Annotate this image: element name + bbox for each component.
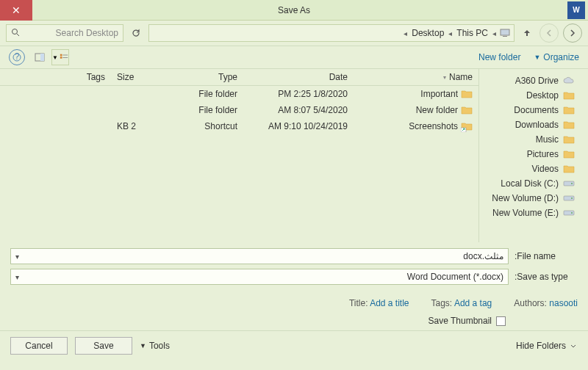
dropdown-icon[interactable]: ▾ — [15, 253, 19, 261]
address-bar[interactable]: ◂ This PC ◂ Desktop ◂ — [148, 24, 514, 42]
svg-rect-4 — [60, 57, 62, 59]
pc-icon — [499, 27, 511, 39]
arrow-right-icon — [568, 29, 577, 37]
col-header-tags[interactable]: Tags — [60, 72, 111, 82]
save-button[interactable]: Save — [75, 337, 132, 355]
forward-button[interactable] — [539, 23, 559, 43]
tree-item[interactable]: Music — [479, 132, 588, 147]
dropdown-icon[interactable]: ▾ — [15, 273, 19, 281]
preview-pane-button[interactable] — [31, 49, 49, 65]
view-details-button[interactable]: ▼ — [51, 49, 69, 65]
svg-text:?: ? — [15, 53, 20, 62]
svg-rect-3 — [60, 54, 62, 57]
save-thumbnail-checkbox[interactable]: Save Thumbnail — [429, 316, 506, 326]
search-icon — [11, 28, 20, 39]
file-row[interactable]: Important1/8/2020 2:25 PMFile folder — [0, 86, 478, 102]
command-bar: Organize ▼ New folder ▼ ? — [0, 46, 588, 69]
hide-folders-button[interactable]: Hide Folders — [516, 341, 578, 351]
svg-rect-6 — [62, 57, 68, 58]
collapse-icon — [569, 341, 578, 350]
title-input[interactable]: Add a title — [370, 298, 409, 308]
refresh-button[interactable] — [128, 25, 144, 41]
back-button[interactable] — [563, 23, 582, 43]
metadata-row: Authors: nasooti Tags: Add a tag Title: … — [0, 295, 588, 311]
arrow-up-icon — [522, 28, 532, 38]
close-button[interactable]: ✕ — [0, 0, 32, 21]
col-header-date[interactable]: Date — [243, 72, 354, 82]
organize-menu[interactable]: Organize ▼ — [534, 52, 579, 62]
column-headers: Name▾ Date Type Size Tags — [0, 69, 478, 86]
up-button[interactable] — [519, 25, 535, 41]
tags-input[interactable]: Add a tag — [454, 298, 492, 308]
svg-rect-1 — [503, 36, 507, 37]
filename-label: File name: — [514, 251, 578, 261]
tree-item[interactable]: A360 Drive — [479, 73, 588, 88]
list-icon — [60, 53, 68, 62]
nav-toolbar: ◂ This PC ◂ Desktop ◂ Search Desktop — [0, 21, 588, 46]
breadcrumb-pc[interactable]: This PC — [455, 28, 490, 38]
refresh-icon — [131, 28, 141, 38]
col-header-type[interactable]: Type — [162, 72, 243, 82]
tree-item[interactable]: New Volume (E:) — [479, 206, 588, 220]
new-folder-button[interactable]: New folder — [478, 52, 520, 62]
svg-rect-0 — [501, 29, 509, 35]
filename-input[interactable]: مثلث.docx ▾ — [10, 248, 509, 264]
svg-point-14 — [571, 197, 573, 199]
tree-item[interactable]: Downloads — [479, 117, 588, 132]
help-icon: ? — [12, 53, 21, 62]
nav-tree: A360 DriveDesktopDocumentsDownloadsMusic… — [479, 69, 588, 242]
svg-rect-5 — [62, 55, 68, 56]
savetype-label: Save as type: — [514, 272, 578, 282]
arrow-left-icon — [545, 29, 553, 37]
word-app-icon: W — [567, 1, 585, 19]
file-row[interactable]: New folder5/4/2020 8:07 AMFile folder — [0, 102, 478, 118]
authors-value[interactable]: nasooti — [549, 298, 578, 308]
chevron-icon: ◂ — [402, 29, 409, 37]
svg-point-12 — [571, 183, 573, 184]
dialog-title: Save As — [278, 5, 310, 15]
tree-item[interactable]: Local Disk (C:) — [479, 176, 588, 191]
preview-icon — [35, 53, 45, 62]
help-button[interactable]: ? — [9, 49, 25, 65]
col-header-name[interactable]: Name▾ — [354, 72, 478, 82]
title-bar: W Save As ✕ — [0, 0, 588, 21]
cancel-button[interactable]: Cancel — [10, 337, 68, 355]
svg-point-16 — [571, 212, 573, 214]
search-placeholder: Search Desktop — [56, 28, 118, 38]
save-form: File name: مثلث.docx ▾ Save as type: Wor… — [0, 242, 588, 295]
tree-item[interactable]: Desktop — [479, 88, 588, 103]
chevron-icon: ◂ — [447, 29, 453, 37]
checkbox-icon — [496, 316, 506, 326]
search-input[interactable]: Search Desktop — [6, 24, 123, 42]
title-meta-label: Title: — [349, 298, 368, 308]
svg-rect-8 — [40, 54, 44, 61]
svg-point-2 — [12, 29, 18, 34]
authors-label: Authors: — [514, 298, 547, 308]
dropdown-icon: ▼ — [52, 54, 58, 61]
tree-item[interactable]: Pictures — [479, 147, 588, 162]
chevron-icon: ◂ — [491, 29, 498, 37]
tree-item[interactable]: Videos — [479, 162, 588, 176]
dropdown-icon: ▼ — [140, 342, 146, 349]
dialog-footer: Hide Folders Tools ▼ Save Cancel — [0, 330, 588, 360]
dropdown-icon: ▼ — [534, 54, 540, 61]
tags-label: Tags: — [431, 298, 453, 308]
tools-menu[interactable]: Tools ▼ — [140, 341, 170, 351]
savetype-select[interactable]: Word Document (*.docx) ▾ — [10, 269, 509, 285]
file-row[interactable]: Screenshots10/24/2019 9:10 AMShortcut2 K… — [0, 118, 478, 134]
tree-item[interactable]: Documents — [479, 103, 588, 117]
tree-item[interactable]: New Volume (D:) — [479, 191, 588, 206]
file-list-pane: Name▾ Date Type Size Tags Important1/8/2… — [0, 69, 479, 242]
breadcrumb-location[interactable]: Desktop — [410, 28, 445, 38]
col-header-size[interactable]: Size — [111, 72, 162, 82]
